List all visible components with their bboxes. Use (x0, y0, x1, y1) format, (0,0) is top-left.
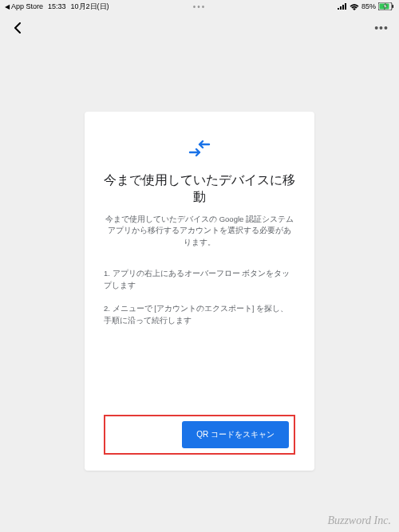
svg-rect-0 (338, 8, 339, 10)
svg-rect-6 (393, 5, 394, 8)
more-button[interactable]: ••• (372, 18, 391, 37)
status-left: ◀ App Store 15:33 10月2日(日) (5, 2, 109, 12)
svg-rect-2 (342, 5, 344, 10)
battery-percentage: 85% (361, 2, 376, 10)
scan-qr-button[interactable]: QR コードをスキャン (182, 421, 289, 448)
card-title: 今まで使用していたデバイスに移動 (104, 172, 295, 206)
back-button[interactable] (8, 18, 27, 37)
step-2: 2. メニューで [アカウントのエクスポート] を探し、手順に沿って続行します (104, 302, 295, 326)
status-date: 10月2日(日) (71, 2, 109, 12)
more-horizontal-icon: ••• (374, 22, 389, 34)
return-app-label: App Store (11, 2, 43, 10)
status-bar: ◀ App Store 15:33 10月2日(日) ••• 85% (0, 0, 399, 13)
svg-rect-3 (345, 3, 346, 10)
back-arrow-icon: ◀ (5, 3, 10, 10)
return-to-app[interactable]: ◀ App Store (5, 2, 43, 10)
step-1: 1. アプリの右上にあるオーバーフロー ボタンをタップします (104, 267, 295, 291)
wifi-icon (350, 3, 359, 10)
battery-icon (378, 2, 394, 10)
chevron-left-icon (12, 22, 23, 33)
nav-bar: ••• (0, 13, 399, 43)
scan-button-highlight: QR コードをスキャン (104, 415, 295, 455)
transfer-arrows-icon (104, 139, 295, 158)
svg-rect-1 (340, 6, 342, 10)
status-time: 15:33 (48, 2, 66, 10)
watermark: Buzzword Inc. (327, 514, 391, 527)
cellular-signal-icon (338, 3, 347, 10)
grabber-indicator: ••• (193, 2, 207, 11)
status-right: 85% (338, 2, 394, 10)
transfer-card: 今まで使用していたデバイスに移動 今まで使用していたデバイスの Google 認… (85, 112, 314, 471)
card-subtitle: 今まで使用していたデバイスの Google 認証システム アプリから移行するアカ… (104, 214, 295, 248)
